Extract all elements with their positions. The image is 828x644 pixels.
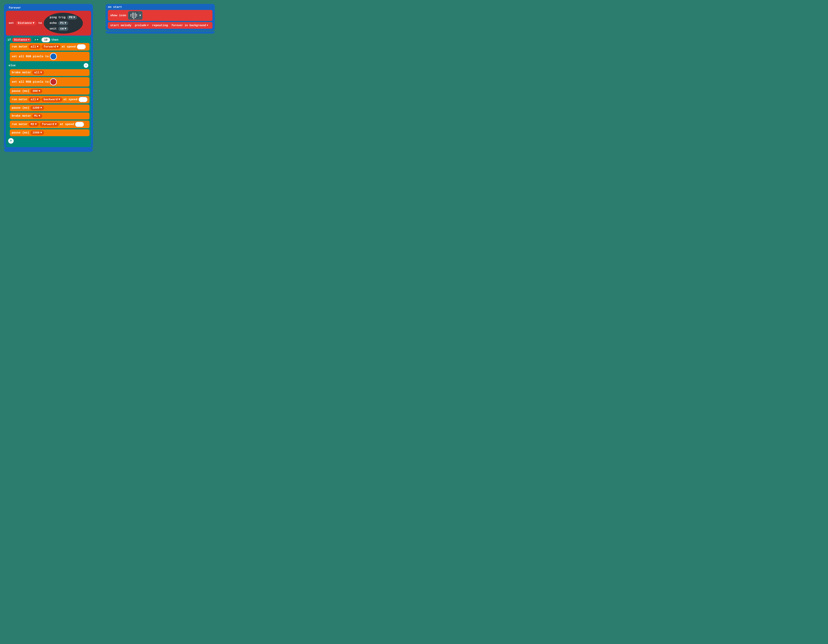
pause3-label: pause (ms) (12, 131, 29, 135)
pause1-block: pause (ms) 300 ▼ (10, 88, 89, 94)
backward-pill[interactable]: backward ▼ (42, 97, 62, 102)
all2-pill[interactable]: all ▼ (32, 71, 44, 75)
at-speed2-label: at speed (63, 98, 77, 101)
forever-blue-bottom (4, 149, 93, 152)
if-else-block: if Distance ▼ > ▼ 10 then (6, 36, 91, 145)
pause1-label: pause (ms) (12, 89, 29, 93)
repeating-label: repeating (152, 24, 168, 27)
set-rgb-red-block: set all RGB pixels to (10, 77, 89, 86)
sonar-echo-row: echo P1 ▼ (50, 21, 68, 25)
forever-block-group: forever set Distance ▼ to ping trig P0 ▼ (4, 4, 93, 152)
set-distance-block: set Distance ▼ to ping trig P0 ▼ (6, 11, 91, 36)
forever-label: forever (6, 5, 91, 11)
brake-motor2-label: brake motor (12, 114, 31, 118)
echo-label: echo (50, 22, 57, 25)
run-motor-m2-block: run motor M2 ▼ forward ▼ at speed 85 (10, 121, 89, 128)
icon-dropdown-arrow: ▼ (140, 14, 141, 17)
speed3-value[interactable]: 85 (75, 122, 84, 127)
on-start-label: on start (108, 5, 212, 9)
run-motor2-label: run motor (12, 98, 28, 101)
unit-label: unit (50, 27, 57, 30)
pause2-value-pill[interactable]: 1200 ▼ (30, 106, 44, 110)
forever-bg-pill[interactable]: forever in background ▼ (169, 23, 210, 28)
echo-port-pill[interactable]: P1 ▼ (58, 21, 68, 25)
gt-operator-pill[interactable]: > ▼ (33, 38, 40, 42)
all3-pill[interactable]: all ▼ (29, 97, 41, 102)
start-melody-row: start melody prelude ▼ repeating forever… (108, 22, 212, 29)
threshold-value[interactable]: 10 (41, 37, 50, 42)
to-label: to (38, 22, 42, 25)
sonar-unit-row: unit cm ▼ (50, 27, 68, 31)
prelude-pill[interactable]: prelude ▼ (133, 23, 151, 28)
plus-button[interactable]: + (8, 138, 14, 144)
minus-button[interactable]: − (84, 63, 88, 68)
teal-bottom-cap (6, 145, 91, 147)
at-speed1-label: at speed (61, 45, 76, 49)
run-motor3-label: run motor (12, 123, 28, 126)
set-rgb1-label: set all RGB pixels to (12, 55, 49, 58)
pause2-label: pause (ms) (12, 106, 29, 110)
run-motor1-label: run motor (12, 45, 28, 49)
on-start-blue-bottom (105, 31, 215, 34)
plus-button-row: + (8, 137, 89, 144)
at-speed3-label: at speed (60, 123, 74, 126)
brake-motor-label: brake motor (12, 71, 31, 74)
set-label: set (9, 22, 14, 25)
red-color-circle[interactable] (50, 78, 57, 85)
if-row: if Distance ▼ > ▼ 10 then (8, 37, 89, 42)
else-label: else (9, 64, 16, 67)
ping-port-pill[interactable]: P0 ▼ (67, 16, 77, 20)
pause3-value-pill[interactable]: 1500 ▼ (30, 130, 44, 135)
m1-pill[interactable]: M1 ▼ (32, 114, 42, 118)
forever-outer: forever set Distance ▼ to ping trig P0 ▼ (4, 4, 93, 149)
brake-motor-block: brake motor all ▼ (10, 69, 89, 76)
unit-pill[interactable]: cm ▼ (58, 27, 68, 31)
run-motor-backward-block: run motor all ▼ backward ▼ at speed 85 (10, 96, 89, 103)
run-motor-forward-block: run motor all ▼ forward ▼ at speed 85 (10, 43, 89, 51)
forward2-pill[interactable]: forward ▼ (40, 122, 59, 127)
pause1-value-pill[interactable]: 300 ▼ (30, 89, 42, 93)
set-rgb-blue-block: set all RGB pixels to (10, 52, 89, 61)
distance-pill[interactable]: Distance ▼ (16, 21, 36, 25)
ping-label: ping trig (50, 16, 66, 19)
icon-grid-container[interactable]: ▼ (128, 11, 143, 20)
pause2-block: pause (ms) 1200 ▼ (10, 105, 89, 111)
speed2-value[interactable]: 85 (78, 97, 88, 102)
set-rgb2-label: set all RGB pixels to (12, 80, 49, 84)
show-icon-row: show icon (108, 10, 212, 21)
pause3-block: pause (ms) 1500 ▼ (10, 129, 89, 136)
distance-dropdown-arrow: ▼ (33, 22, 34, 25)
blue-color-circle[interactable] (50, 53, 57, 60)
else-inner: brake motor all ▼ set all RGB pixels to … (8, 69, 89, 137)
on-start-group: on start show icon (105, 4, 215, 34)
if-label: if (8, 38, 11, 42)
distance-condition-pill[interactable]: Distance ▼ (12, 38, 31, 42)
m2-pill[interactable]: M2 ▼ (29, 122, 39, 127)
speed1-value[interactable]: 85 (77, 44, 86, 49)
forward-pill[interactable]: forward ▼ (42, 45, 60, 49)
icon-grid (130, 12, 138, 19)
then-inner: run motor all ▼ forward ▼ at speed 85 (8, 43, 89, 62)
all1-pill[interactable]: all ▼ (29, 45, 41, 49)
on-start-block: on start show icon (105, 4, 215, 31)
sonar-block: ping trig P0 ▼ echo P1 ▼ (44, 13, 83, 34)
else-row: else − (8, 62, 89, 69)
start-melody-label: start melody (110, 24, 131, 27)
then-label: then (52, 38, 58, 42)
brake-motor-m1-block: brake motor M1 ▼ (10, 113, 89, 119)
sonar-ping-row: ping trig P0 ▼ (50, 16, 77, 20)
show-icon-label: show icon (110, 14, 126, 17)
